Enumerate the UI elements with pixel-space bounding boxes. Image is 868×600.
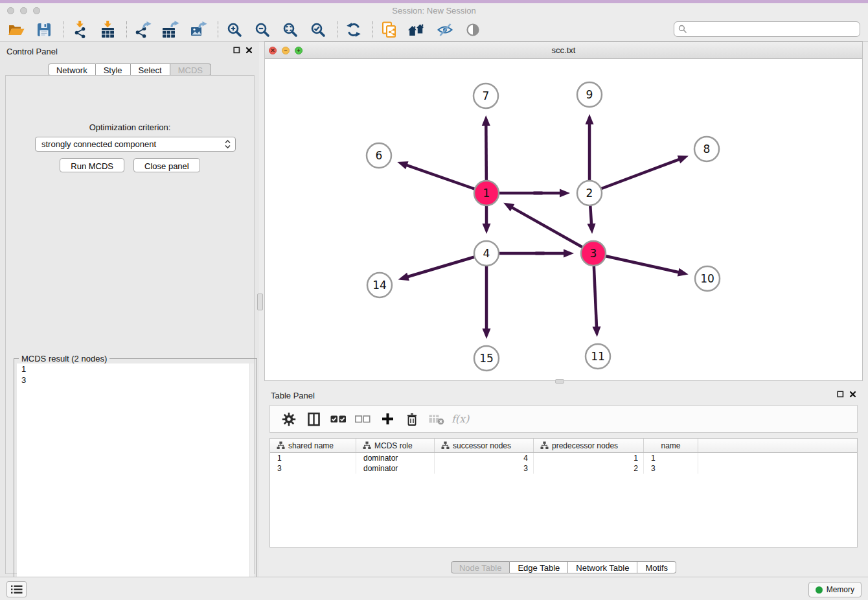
graph-node-8[interactable]: 8 bbox=[694, 137, 719, 161]
zoom-in-button[interactable] bbox=[224, 20, 245, 40]
table-toolbar: f(x) bbox=[269, 405, 858, 433]
column-header-name[interactable]: name bbox=[644, 439, 698, 452]
export-network-button[interactable] bbox=[133, 20, 154, 40]
graph-edge-3-1[interactable] bbox=[503, 203, 593, 253]
table-row[interactable]: 1dominator411 bbox=[270, 453, 857, 463]
network-splitter-grip[interactable] bbox=[555, 379, 564, 384]
duplicate-network-button[interactable] bbox=[379, 20, 400, 40]
close-panel-icon[interactable] bbox=[849, 391, 856, 398]
open-button[interactable] bbox=[6, 20, 27, 40]
add-button[interactable] bbox=[377, 410, 398, 429]
table-row[interactable]: 3dominator323 bbox=[270, 463, 857, 474]
result-scrollbar[interactable] bbox=[249, 363, 254, 594]
toolbar-separator bbox=[126, 21, 127, 38]
hide-graphics-details-button[interactable] bbox=[435, 20, 455, 40]
table-panel: Table Panel f(x) shared nameMCDS rolesuc… bbox=[264, 386, 863, 575]
settings-button[interactable] bbox=[279, 410, 299, 429]
graph-node-11[interactable]: 11 bbox=[586, 344, 610, 369]
task-history-button[interactable] bbox=[6, 581, 27, 597]
cell-name[interactable]: 3 bbox=[644, 463, 698, 474]
import-table-button[interactable] bbox=[97, 20, 118, 40]
graph-node-3[interactable]: 3 bbox=[581, 241, 606, 266]
graph-node-10[interactable]: 10 bbox=[695, 266, 720, 291]
cell-shared-name[interactable]: 3 bbox=[270, 463, 356, 474]
graph-node-14[interactable]: 14 bbox=[367, 273, 392, 297]
float-panel-icon[interactable] bbox=[837, 391, 844, 398]
cell-MCDS-role[interactable]: dominator bbox=[356, 463, 435, 474]
float-panel-icon[interactable] bbox=[233, 47, 240, 54]
tab-node-table[interactable]: Node Table bbox=[451, 561, 510, 573]
home-button[interactable] bbox=[407, 20, 428, 40]
tab-network[interactable]: Network bbox=[48, 63, 96, 76]
memory-button[interactable]: Memory bbox=[808, 582, 862, 597]
tab-mcds[interactable]: MCDS bbox=[170, 63, 211, 76]
cell-name[interactable]: 1 bbox=[644, 453, 698, 463]
panel-splitter-grip[interactable] bbox=[257, 294, 263, 310]
close-panel-button[interactable]: Close panel bbox=[133, 158, 200, 172]
criterion-dropdown[interactable]: strongly connected component bbox=[35, 137, 236, 152]
export-image-button[interactable] bbox=[188, 20, 209, 40]
cell-successor-nodes[interactable]: 4 bbox=[435, 453, 534, 463]
refresh-button[interactable] bbox=[343, 20, 364, 40]
graph-edge-1-6[interactable] bbox=[397, 161, 486, 193]
cell-shared-name[interactable]: 1 bbox=[270, 453, 356, 463]
split-view-button[interactable] bbox=[303, 410, 324, 429]
svg-text:15: 15 bbox=[479, 352, 494, 365]
import-network-button[interactable] bbox=[69, 20, 90, 40]
graph-node-1[interactable]: 1 bbox=[474, 181, 499, 205]
network-graph: 1234678910111415 bbox=[265, 59, 862, 380]
search-input[interactable] bbox=[687, 23, 860, 35]
zoom-out-button[interactable] bbox=[252, 20, 273, 40]
graph-node-15[interactable]: 15 bbox=[474, 346, 499, 371]
tab-style[interactable]: Style bbox=[96, 63, 131, 76]
hidden-columns-button[interactable] bbox=[426, 410, 447, 429]
close-panel-icon[interactable] bbox=[246, 47, 253, 54]
tab-select[interactable]: Select bbox=[131, 63, 170, 76]
zoom-selected-button[interactable] bbox=[308, 20, 328, 40]
result-line: 1 bbox=[17, 363, 254, 375]
cell-successor-nodes[interactable]: 3 bbox=[435, 463, 534, 474]
column-header-successor-nodes[interactable]: successor nodes bbox=[435, 439, 534, 452]
delete-button[interactable] bbox=[402, 410, 422, 429]
titlebar: Session: New Session bbox=[0, 3, 868, 18]
result-line: 3 bbox=[17, 375, 254, 386]
hierarchy-icon bbox=[540, 441, 549, 450]
cell-predecessor-nodes[interactable]: 2 bbox=[534, 463, 644, 474]
graph-node-4[interactable]: 4 bbox=[474, 241, 499, 266]
select-all-button[interactable] bbox=[328, 410, 348, 429]
cell-predecessor-nodes[interactable]: 1 bbox=[534, 453, 644, 463]
run-mcds-button[interactable]: Run MCDS bbox=[60, 158, 124, 172]
tab-network-table[interactable]: Network Table bbox=[568, 561, 637, 573]
network-window-titlebar[interactable]: ✕ − + scc.txt bbox=[265, 42, 862, 59]
export-table-button[interactable] bbox=[161, 20, 181, 40]
criterion-value: strongly connected component bbox=[41, 139, 224, 149]
network-view-title: scc.txt bbox=[265, 45, 862, 55]
graph-edge-4-14[interactable] bbox=[398, 253, 486, 281]
column-header-predecessor-nodes[interactable]: predecessor nodes bbox=[534, 439, 644, 452]
contrast-button[interactable] bbox=[463, 20, 483, 40]
column-label: successor nodes bbox=[453, 441, 511, 450]
svg-text:7: 7 bbox=[483, 89, 490, 102]
column-header-MCDS-role[interactable]: MCDS role bbox=[356, 439, 435, 452]
column-header-shared-name[interactable]: shared name bbox=[270, 439, 356, 452]
svg-text:11: 11 bbox=[591, 350, 605, 363]
search-icon bbox=[678, 25, 687, 34]
table-panel-title: Table Panel bbox=[271, 391, 315, 400]
network-canvas[interactable]: 1234678910111415 bbox=[265, 59, 862, 380]
table-header-row: shared nameMCDS rolesuccessor nodesprede… bbox=[270, 439, 857, 453]
graph-node-6[interactable]: 6 bbox=[367, 143, 391, 168]
tab-motifs[interactable]: Motifs bbox=[637, 561, 676, 573]
deselect-all-button[interactable] bbox=[352, 410, 373, 429]
graph-edge-2-8[interactable] bbox=[589, 156, 689, 193]
graph-edge-3-10[interactable] bbox=[593, 253, 689, 276]
graph-node-2[interactable]: 2 bbox=[577, 181, 602, 205]
function-button[interactable]: f(x) bbox=[451, 410, 472, 429]
mcds-result-list[interactable]: 13 bbox=[17, 363, 254, 594]
search-box[interactable] bbox=[674, 21, 860, 37]
graph-node-9[interactable]: 9 bbox=[577, 82, 602, 107]
save-button[interactable] bbox=[34, 20, 54, 40]
cell-MCDS-role[interactable]: dominator bbox=[356, 453, 435, 463]
tab-edge-table[interactable]: Edge Table bbox=[510, 561, 568, 573]
graph-node-7[interactable]: 7 bbox=[474, 84, 498, 108]
zoom-fit-button[interactable] bbox=[280, 20, 301, 40]
